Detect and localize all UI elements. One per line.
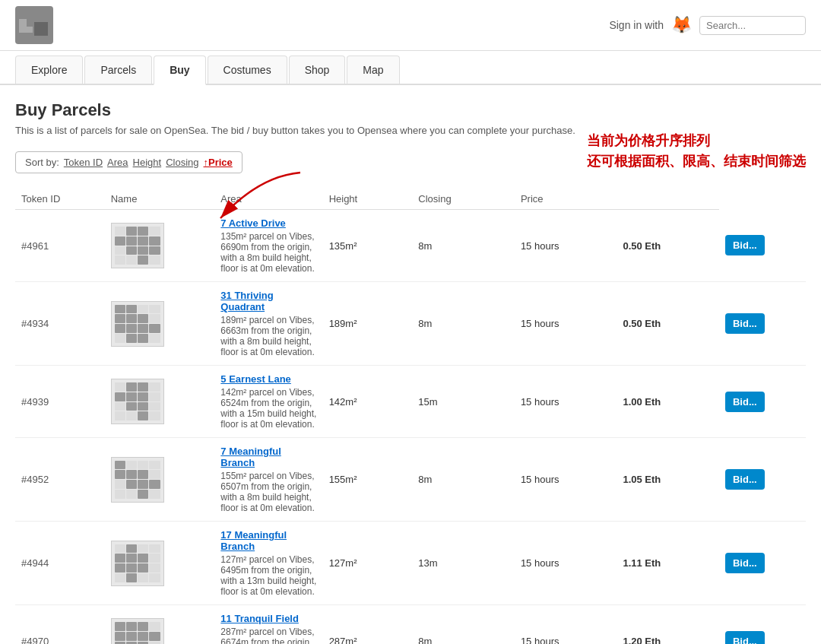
parcel-name-cell: 11 Tranquil Field287m² parcel on Vibes, …	[214, 605, 322, 645]
parcel-name-link[interactable]: 7 Meaningful Branch	[220, 446, 281, 468]
parcel-closing: 15 hours	[515, 366, 617, 438]
col-closing: Closing	[412, 189, 515, 210]
token-id: #4961	[15, 210, 105, 282]
parcel-height: 8m	[412, 605, 515, 645]
search-input[interactable]	[699, 16, 806, 35]
sort-area[interactable]: Area	[107, 157, 128, 168]
parcel-height: 13m	[412, 522, 515, 605]
parcel-area: 142m²	[323, 366, 413, 438]
parcel-name-cell: 7 Active Drive135m² parcel on Vibes, 669…	[214, 210, 322, 282]
bid-button[interactable]: Bid...	[725, 553, 765, 573]
sort-height[interactable]: Height	[133, 157, 162, 168]
bid-cell: Bid...	[719, 210, 806, 282]
token-id: #4939	[15, 366, 105, 438]
parcel-closing: 15 hours	[515, 282, 617, 366]
tab-buy[interactable]: Buy	[154, 56, 205, 85]
parcel-name-cell: 31 Thriving Quadrant189m² parcel on Vibe…	[214, 282, 322, 366]
parcel-closing: 15 hours	[515, 210, 617, 282]
bid-cell: Bid...	[719, 366, 806, 438]
parcel-description: 189m² parcel on Vibes, 6663m from the or…	[220, 315, 316, 357]
col-token-id: Token ID	[15, 189, 105, 210]
page-description: This is a list of parcels for sale on Op…	[15, 125, 806, 136]
parcel-height: 8m	[412, 282, 515, 366]
parcel-area: 189m²	[323, 282, 413, 366]
bid-button[interactable]: Bid...	[725, 631, 765, 645]
parcel-description: 155m² parcel on Vibes, 6507m from the or…	[220, 471, 316, 513]
table-row: #49527 Meaningful Branch155m² parcel on …	[15, 438, 806, 522]
parcel-thumbnail	[105, 366, 215, 438]
main-content: 当前为价格升序排列 还可根据面积、限高、结束时间筛选 Buy Parcels T…	[0, 85, 821, 644]
parcel-thumbnail	[105, 438, 215, 522]
col-price: Price	[515, 189, 617, 210]
sort-price[interactable]: ↑Price	[204, 157, 233, 168]
parcel-area: 287m²	[323, 605, 413, 645]
table-row: #493431 Thriving Quadrant189m² parcel on…	[15, 282, 806, 366]
bid-button[interactable]: Bid...	[725, 235, 765, 255]
parcel-name-cell: 7 Meaningful Branch155m² parcel on Vibes…	[214, 438, 322, 522]
annotation-overlay: 当前为价格升序排列 还可根据面积、限高、结束时间筛选	[587, 131, 806, 172]
table-row: #494417 Meaningful Branch127m² parcel on…	[15, 522, 806, 605]
parcel-name-cell: 17 Meaningful Branch127m² parcel on Vibe…	[214, 522, 322, 605]
tab-explore[interactable]: Explore	[15, 56, 83, 84]
parcel-height: 15m	[412, 366, 515, 438]
token-id: #4952	[15, 438, 105, 522]
col-bid	[617, 189, 719, 210]
parcel-description: 142m² parcel on Vibes, 6524m from the or…	[220, 387, 316, 430]
col-name: Name	[105, 189, 215, 210]
parcel-thumbnail	[105, 522, 215, 605]
table-row: #497011 Tranquil Field287m² parcel on Vi…	[15, 605, 806, 645]
parcel-area: 155m²	[323, 438, 413, 522]
parcel-name-cell: 5 Earnest Lane142m² parcel on Vibes, 652…	[214, 366, 322, 438]
bid-cell: Bid...	[719, 605, 806, 645]
parcel-price: 1.00 Eth	[617, 366, 719, 438]
parcel-height: 8m	[412, 210, 515, 282]
token-id: #4970	[15, 605, 105, 645]
parcel-price: 1.11 Eth	[617, 522, 719, 605]
table-row: #49395 Earnest Lane142m² parcel on Vibes…	[15, 366, 806, 438]
svg-rect-2	[34, 22, 48, 36]
parcel-name-link[interactable]: 11 Tranquil Field	[220, 613, 299, 624]
bid-button[interactable]: Bid...	[725, 469, 765, 490]
parcel-price: 1.20 Eth	[617, 605, 719, 645]
parcel-name-link[interactable]: 5 Earnest Lane	[220, 373, 291, 385]
page-title: Buy Parcels	[15, 100, 806, 120]
col-height: Height	[323, 189, 413, 210]
parcel-thumbnail	[105, 282, 215, 366]
parcel-price: 0.50 Eth	[617, 210, 719, 282]
sort-label: Sort by:	[25, 157, 59, 168]
parcel-closing: 15 hours	[515, 438, 617, 522]
parcel-description: 287m² parcel on Vibes, 6674m from the or…	[220, 627, 316, 644]
parcel-description: 135m² parcel on Vibes, 6690m from the or…	[220, 231, 316, 274]
header: Sign in with 🦊	[0, 0, 821, 51]
parcels-table: Token ID Name Area Height Closing Price …	[15, 189, 806, 644]
bid-button[interactable]: Bid...	[725, 392, 765, 412]
tab-parcels[interactable]: Parcels	[84, 56, 152, 84]
nav-bar: Explore Parcels Buy Costumes Shop Map	[0, 51, 821, 85]
tab-map[interactable]: Map	[347, 56, 399, 84]
bid-cell: Bid...	[719, 438, 806, 522]
sort-bar: Sort by: Token ID Area Height Closing ↑P…	[15, 151, 242, 173]
header-right: Sign in with 🦊	[609, 15, 806, 35]
parcel-name-link[interactable]: 31 Thriving Quadrant	[220, 290, 273, 312]
sign-in-text: Sign in with	[609, 19, 664, 31]
sort-token-id[interactable]: Token ID	[64, 157, 103, 168]
tab-shop[interactable]: Shop	[289, 56, 346, 84]
parcel-closing: 15 hours	[515, 605, 617, 645]
parcel-description: 127m² parcel on Vibes, 6495m from the or…	[220, 554, 316, 597]
bid-cell: Bid...	[719, 522, 806, 605]
parcel-price: 0.50 Eth	[617, 282, 719, 366]
parcel-name-link[interactable]: 7 Active Drive	[220, 217, 286, 229]
token-id: #4934	[15, 282, 105, 366]
parcel-thumbnail	[105, 210, 215, 282]
tab-costumes[interactable]: Costumes	[208, 56, 287, 84]
parcel-name-link[interactable]: 17 Meaningful Branch	[220, 529, 287, 552]
parcel-price: 1.05 Eth	[617, 438, 719, 522]
metamask-icon[interactable]: 🦊	[671, 15, 692, 35]
col-area: Area	[214, 189, 322, 210]
parcel-thumbnail	[105, 605, 215, 645]
bid-button[interactable]: Bid...	[725, 313, 765, 334]
logo-icon	[15, 6, 53, 44]
parcel-area: 127m²	[323, 522, 413, 605]
parcel-closing: 15 hours	[515, 522, 617, 605]
sort-closing[interactable]: Closing	[166, 157, 198, 168]
